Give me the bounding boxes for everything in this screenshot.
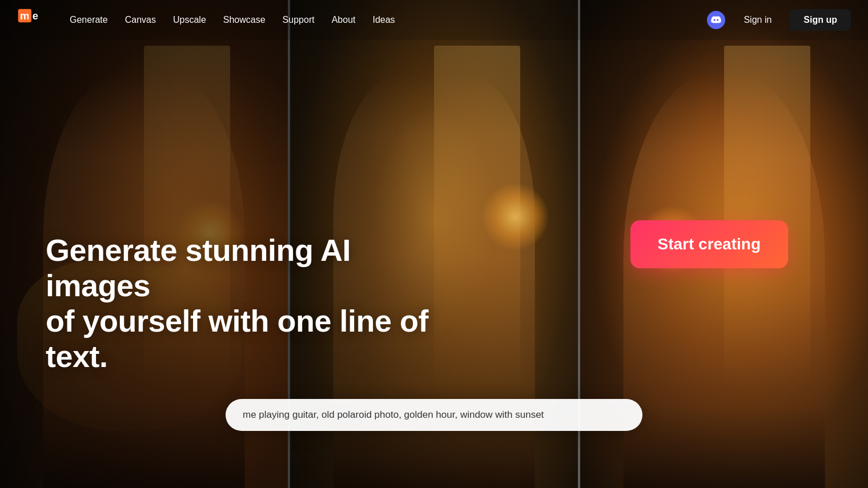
- prompt-input[interactable]: [226, 399, 642, 431]
- nav-generate[interactable]: Generate: [63, 11, 115, 29]
- hero-section: m e Generate Canvas Upscale Showcase Sup…: [0, 0, 868, 488]
- nav-canvas[interactable]: Canvas: [118, 11, 163, 29]
- window-light-right: [724, 46, 810, 388]
- navbar: m e Generate Canvas Upscale Showcase Sup…: [0, 0, 868, 40]
- nav-links: Generate Canvas Upscale Showcase Support…: [63, 11, 707, 29]
- sign-up-button[interactable]: Sign up: [790, 9, 851, 31]
- hero-headline-line1: Generate stunning AI images: [46, 233, 351, 303]
- nav-right: Sign in Sign up: [707, 9, 851, 31]
- sign-in-button[interactable]: Sign in: [734, 10, 781, 30]
- start-creating-button[interactable]: Start creating: [630, 220, 789, 268]
- nav-ideas[interactable]: Ideas: [365, 11, 401, 29]
- prompt-bar: [226, 399, 642, 431]
- logo[interactable]: m e: [17, 6, 46, 34]
- hero-headline: Generate stunning AI images of yourself …: [46, 232, 445, 374]
- discord-button[interactable]: [707, 11, 725, 29]
- nav-support[interactable]: Support: [276, 11, 322, 29]
- nav-upscale[interactable]: Upscale: [166, 11, 213, 29]
- hero-headline-line2: of yourself with one line of text.: [46, 304, 428, 373]
- svg-text:e: e: [33, 10, 38, 22]
- nav-showcase[interactable]: Showcase: [216, 11, 272, 29]
- nav-about[interactable]: About: [325, 11, 363, 29]
- hero-content: Generate stunning AI images of yourself …: [46, 232, 445, 374]
- svg-text:m: m: [20, 10, 29, 22]
